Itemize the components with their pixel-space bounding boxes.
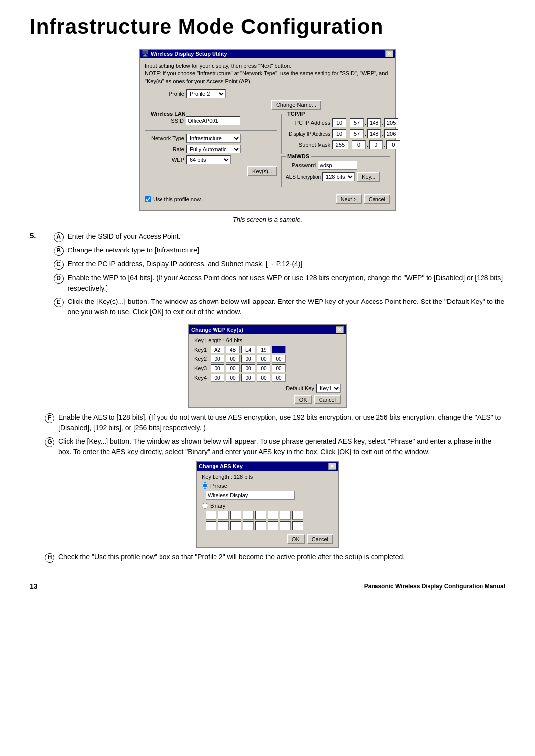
use-profile-label: Use this profile now. [153, 196, 202, 202]
subnet-part3[interactable] [369, 140, 383, 149]
key4-field1[interactable] [211, 374, 224, 382]
subnet-part1[interactable] [332, 140, 348, 149]
pc-ip-part2[interactable] [350, 118, 364, 127]
pc-ip-row: PC IP Address . . . [286, 118, 386, 127]
key3-field1[interactable] [211, 364, 224, 372]
aes-binary-row1 [206, 511, 333, 520]
profile-select[interactable]: Profile 2 [186, 89, 226, 98]
key4-label: Key4 [194, 375, 209, 381]
aes-cell[interactable] [206, 511, 216, 520]
cancel-button[interactable]: Cancel [364, 194, 390, 204]
wep-dialog-title: Change WEP Key(s) [191, 327, 243, 333]
aes-cell[interactable] [280, 511, 291, 520]
key1-field1[interactable] [211, 346, 224, 353]
display-ip-part2[interactable] [350, 129, 364, 138]
wep-cancel-button[interactable]: Cancel [314, 395, 341, 404]
ssid-input[interactable]: OfficeAP001 [186, 116, 240, 125]
change-name-button[interactable]: Change Name... [271, 100, 321, 110]
key4-field3[interactable] [241, 374, 255, 382]
key1-field5[interactable] [272, 346, 286, 353]
tcp-ip-title: TCP/IP [286, 111, 306, 117]
use-profile-checkbox[interactable] [145, 196, 151, 202]
key2-field5[interactable] [272, 355, 286, 363]
key1-field4[interactable] [257, 346, 270, 353]
tcp-ip-group: TCP/IP PC IP Address . . . [281, 114, 390, 154]
key1-field3[interactable] [241, 346, 255, 353]
aes-cancel-button[interactable]: Cancel [307, 534, 333, 544]
aes-cell[interactable] [230, 521, 241, 530]
wep-close-button[interactable]: ✕ [336, 326, 344, 333]
sample-caption: This screen is a sample. [30, 216, 505, 223]
rate-select[interactable]: Fully Automatic [186, 145, 241, 153]
binary-radio[interactable] [202, 503, 208, 509]
pc-ip-part1[interactable] [332, 118, 346, 127]
key2-field1[interactable] [211, 355, 224, 363]
step-text-d: Enable the WEP to [64 bits]. (If your Ac… [68, 273, 505, 294]
aes-binary-grid [206, 511, 333, 530]
key4-field5[interactable] [272, 374, 286, 382]
subnet-part4[interactable] [386, 140, 400, 149]
key3-field4[interactable] [257, 364, 270, 372]
display-ip-inputs: . . . [332, 129, 398, 138]
aes-cell[interactable] [255, 521, 266, 530]
label-a: A [54, 232, 64, 242]
dialog-footer: Use this profile now. Next > Cancel [145, 192, 390, 206]
subnet-inputs: . . . [332, 140, 400, 149]
aes-cell[interactable] [230, 511, 241, 520]
key4-field4[interactable] [257, 374, 270, 382]
close-button[interactable]: ✕ [385, 50, 393, 57]
aes-select[interactable]: 128 bits [322, 172, 355, 181]
aes-cell[interactable] [218, 521, 229, 530]
key1-row: Key1 [194, 346, 341, 353]
list-item: E Click the [Key(s)...] button. The wind… [54, 297, 505, 317]
key2-field4[interactable] [257, 355, 270, 363]
subnet-part2[interactable] [352, 140, 366, 149]
key4-field2[interactable] [226, 374, 240, 382]
key1-field2[interactable] [226, 346, 240, 353]
display-ip-part4[interactable] [384, 129, 398, 138]
key2-field2[interactable] [226, 355, 240, 363]
label-b: B [54, 246, 64, 256]
key3-field5[interactable] [272, 364, 286, 372]
aes-cell[interactable] [206, 521, 216, 530]
aes-key-button[interactable]: Key... [357, 172, 380, 182]
aes-ok-button[interactable]: OK [287, 534, 305, 544]
key3-field3[interactable] [241, 364, 255, 372]
wep-dialog-body: Key Length : 64 bits Key1 Key2 Key3 [189, 334, 346, 407]
key2-label: Key2 [194, 356, 209, 362]
aes-cell[interactable] [218, 511, 229, 520]
display-ip-part1[interactable] [332, 129, 346, 138]
key2-field3[interactable] [241, 355, 255, 363]
aes-cell[interactable] [292, 511, 303, 520]
aes-row: AES Encryption 128 bits Key... [286, 172, 386, 182]
phrase-input[interactable] [206, 491, 295, 500]
aes-cell[interactable] [292, 521, 303, 530]
aes-cell[interactable] [280, 521, 291, 530]
phrase-radio[interactable] [202, 482, 208, 489]
keys-button[interactable]: Key(s)... [247, 166, 277, 176]
display-ip-part3[interactable] [367, 129, 381, 138]
pc-ip-part4[interactable] [384, 118, 398, 127]
password-input[interactable] [318, 161, 357, 170]
default-key-row: Default Key Key1 [194, 384, 341, 393]
wep-ok-button[interactable]: OK [294, 395, 312, 404]
wep-dialog-footer: OK Cancel [194, 395, 341, 404]
key3-field2[interactable] [226, 364, 240, 372]
key3-label: Key3 [194, 365, 209, 371]
aes-dialog-footer: OK Cancel [202, 534, 333, 544]
label-e: E [54, 298, 64, 307]
pc-ip-part3[interactable] [367, 118, 381, 127]
aes-close-button[interactable]: ✕ [328, 463, 336, 470]
network-type-select[interactable]: Infrastructure [186, 134, 241, 143]
aes-cell[interactable] [268, 511, 278, 520]
aes-cell[interactable] [268, 521, 278, 530]
subnet-row: Subnet Mask . . . [286, 140, 386, 149]
aes-cell[interactable] [243, 511, 254, 520]
next-button[interactable]: Next > [336, 194, 362, 204]
aes-cell[interactable] [243, 521, 254, 530]
binary-label: Binary [210, 503, 225, 509]
wep-dialog: Change WEP Key(s) ✕ Key Length : 64 bits… [188, 324, 347, 408]
wep-select[interactable]: 64 bits [186, 155, 231, 164]
default-key-select[interactable]: Key1 [316, 384, 341, 393]
aes-cell[interactable] [255, 511, 266, 520]
